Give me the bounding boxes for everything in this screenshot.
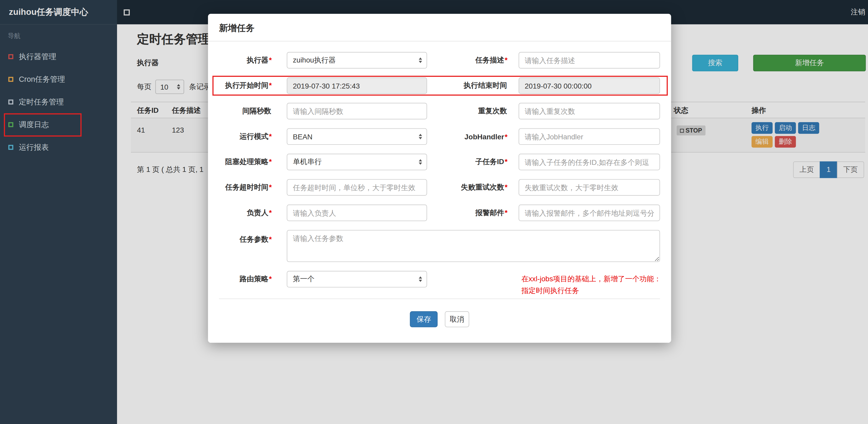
field-label: 任务超时时间*	[219, 182, 272, 192]
select-value: zuihou执行器	[293, 55, 336, 65]
child-task-id-input[interactable]	[519, 154, 660, 170]
field-label: 子任务ID*	[427, 157, 507, 167]
field-label: 任务描述*	[427, 55, 507, 65]
modal-divider	[219, 298, 660, 299]
owner-input[interactable]	[287, 204, 427, 221]
modal-title: 新增任务	[208, 14, 671, 41]
timeout-input[interactable]	[287, 179, 427, 196]
form-row: 执行器* zuihou执行器 任务描述*	[219, 52, 660, 69]
field-label: 失败重试次数*	[427, 182, 507, 192]
run-mode-select[interactable]: BEAN	[287, 128, 427, 145]
form-row: 运行模式* BEAN JobHandler*	[219, 128, 660, 145]
field-label: 重复次数	[427, 106, 507, 116]
route-strategy-select[interactable]: 第一个	[287, 271, 427, 288]
form-row-highlighted: 执行开始时间* 执行结束时间	[219, 77, 660, 94]
executor-select[interactable]: zuihou执行器	[287, 52, 427, 69]
select-value: BEAN	[293, 132, 312, 141]
alarm-email-input[interactable]	[519, 204, 660, 221]
field-label: JobHandler*	[427, 132, 507, 141]
end-time-input[interactable]	[519, 77, 660, 94]
form-row: 负责人* 报警邮件*	[219, 204, 660, 221]
select-value: 第一个	[293, 274, 314, 284]
select-arrows-icon	[418, 276, 422, 282]
form-row: 任务参数*	[219, 230, 660, 262]
select-value: 单机串行	[293, 157, 322, 167]
retry-count-input[interactable]	[519, 179, 660, 196]
field-label: 任务参数*	[219, 230, 272, 262]
feature-note: 在xxl-jobs项目的基础上，新增了一个功能：指定时间执行任务	[521, 273, 668, 296]
field-label: 执行结束时间	[427, 81, 507, 91]
start-time-input[interactable]	[287, 77, 427, 94]
repeat-count-input[interactable]	[519, 103, 660, 120]
form-row: 任务超时时间* 失败重试次数*	[219, 179, 660, 196]
form-row: 间隔秒数 重复次数	[219, 103, 660, 120]
field-label: 间隔秒数	[219, 106, 272, 116]
field-label: 阻塞处理策略*	[219, 157, 272, 167]
app-root: zuihou任务调度中心 注销 导航 执行器管理 Cron任务管理 定时任务管理…	[0, 0, 868, 424]
field-label: 负责人*	[219, 208, 272, 218]
interval-seconds-input[interactable]	[287, 103, 427, 120]
save-button[interactable]: 保存	[410, 311, 438, 327]
field-label: 执行开始时间*	[219, 81, 272, 91]
select-arrows-icon	[418, 159, 422, 165]
field-label: 运行模式*	[219, 132, 272, 141]
add-task-modal: 新增任务 执行器* zuihou执行器 任务描述* 执行开始时间* 执行结束时间…	[208, 14, 671, 343]
select-arrows-icon	[418, 134, 422, 139]
cancel-button[interactable]: 取消	[445, 311, 469, 327]
select-arrows-icon	[418, 58, 422, 63]
form-row: 阻塞处理策略* 单机串行 子任务ID*	[219, 154, 660, 170]
task-desc-input[interactable]	[519, 52, 660, 69]
jobhandler-input[interactable]	[519, 128, 660, 145]
field-label: 报警邮件*	[427, 208, 507, 218]
task-params-textarea[interactable]	[287, 230, 660, 262]
block-strategy-select[interactable]: 单机串行	[287, 154, 427, 170]
modal-footer: 保存 取消	[208, 311, 671, 327]
modal-body: 执行器* zuihou执行器 任务描述* 执行开始时间* 执行结束时间 间隔秒数…	[208, 41, 671, 288]
field-label: 执行器*	[219, 55, 272, 65]
field-label: 路由策略*	[219, 274, 272, 284]
